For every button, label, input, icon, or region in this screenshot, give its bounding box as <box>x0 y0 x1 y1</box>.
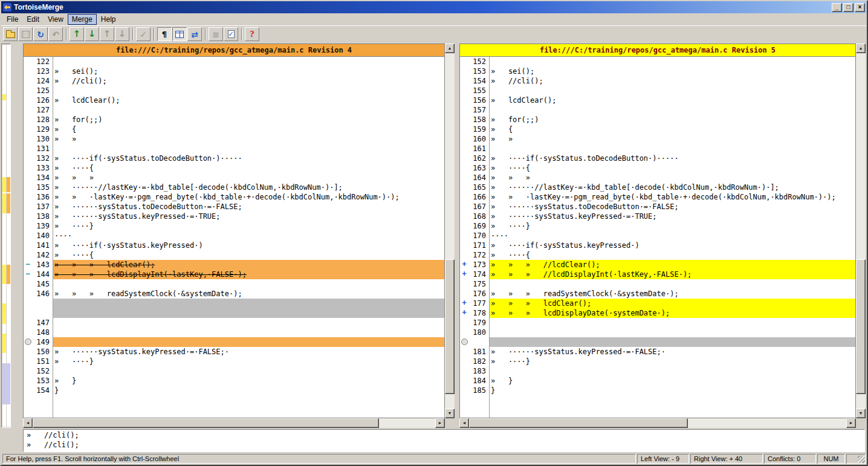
code-line[interactable]: 126» lcdClear(); <box>24 95 444 105</box>
locator-right-column[interactable] <box>7 45 10 427</box>
code-line[interactable]: 156» lcdClear(); <box>460 95 855 105</box>
right-horizontal-scrollbar[interactable]: ◄ ► <box>459 418 856 428</box>
code-line[interactable]: 141» ····if(·sysStatus.keyPressed·) <box>24 241 444 250</box>
code-line[interactable]: 134» » » <box>24 173 444 183</box>
code-line[interactable]: 160» » <box>460 134 855 144</box>
scroll-up-button[interactable]: ▲ <box>856 44 866 53</box>
maximize-button[interactable]: □ <box>843 3 853 12</box>
code-line[interactable]: 165» ······//lastKey·=·kbd_table[·decode… <box>460 183 855 192</box>
code-line[interactable]: 131 <box>24 144 444 154</box>
right-pane-body[interactable]: 152153» sei();154» //cli();155156» lcdCl… <box>459 57 856 418</box>
code-line[interactable]: 130» » <box>24 134 444 144</box>
code-line[interactable]: 153» sei(); <box>460 66 855 76</box>
code-line[interactable]: 155 <box>460 86 855 95</box>
code-line[interactable]: 154» //cli(); <box>460 76 855 86</box>
code-line[interactable]: 154} <box>24 386 444 395</box>
code-line[interactable]: 133» ····{ <box>24 163 444 173</box>
code-line[interactable]: 138» ······sysStatus.keyPressed·=·TRUE; <box>24 212 444 221</box>
scroll-up-button[interactable]: ▲ <box>445 44 455 53</box>
code-line[interactable]: 136» » ·lastKey·=·pgm_read_byte(·kbd_tab… <box>24 192 444 202</box>
scroll-right-button[interactable]: ► <box>435 418 445 428</box>
switch-views-button[interactable]: ⇄ <box>187 27 202 41</box>
code-line[interactable]: 180 <box>460 328 855 337</box>
scroll-left-button[interactable]: ◄ <box>459 418 469 428</box>
code-line[interactable]: 152 <box>24 366 444 376</box>
code-line[interactable]: 125 <box>24 86 444 95</box>
code-line[interactable]: −144» » » lcdDisplayInt(·lastKey,·FALSE·… <box>24 270 444 279</box>
minimize-button[interactable]: _ <box>832 3 842 12</box>
code-line[interactable]: 142» ····{ <box>24 250 444 260</box>
code-line[interactable]: 170···· <box>460 231 855 241</box>
code-line[interactable]: 184» } <box>460 376 855 386</box>
code-line[interactable]: 158» for(;;) <box>460 115 855 125</box>
code-line[interactable]: +178» » » lcdDisplayDate(·systemDate·); <box>460 308 855 318</box>
code-line[interactable]: 151» ····} <box>24 357 444 366</box>
scroll-left-button[interactable]: ◄ <box>23 418 33 428</box>
help-button[interactable]: ? <box>245 27 259 41</box>
code-line[interactable]: 181» ······sysStatus.keyPressed·=·FALSE;… <box>460 347 855 357</box>
code-line[interactable]: 146» » » readSystemClock(·&systemDate·); <box>24 289 444 299</box>
code-line[interactable]: 153» } <box>24 376 444 386</box>
code-line[interactable]: 139» ····} <box>24 221 444 231</box>
code-line[interactable]: 185} <box>460 386 855 395</box>
reload-button[interactable]: ↻ <box>33 27 48 41</box>
code-line[interactable]: 149 <box>24 337 444 347</box>
scroll-right-button[interactable]: ► <box>846 418 856 428</box>
code-line[interactable]: 183 <box>460 366 855 376</box>
locator-left-column[interactable] <box>2 45 6 427</box>
scroll-thumb[interactable] <box>856 259 866 394</box>
code-line[interactable]: 123» sei(); <box>24 66 444 76</box>
code-line[interactable]: 166» » ·lastKey·=·pgm_read_byte(·kbd_tab… <box>460 192 855 202</box>
code-line[interactable]: 140···· <box>24 231 444 241</box>
code-line[interactable]: 145 <box>24 279 444 289</box>
scroll-track[interactable] <box>469 418 846 428</box>
scroll-track[interactable] <box>856 53 866 409</box>
scroll-thumb[interactable] <box>33 418 379 428</box>
pane-splitter[interactable] <box>455 44 459 428</box>
code-line[interactable]: +173» » » //lcdClear(); <box>460 260 855 270</box>
left-vertical-scrollbar[interactable]: ▲ ▼ <box>445 44 455 418</box>
code-line[interactable] <box>460 337 855 347</box>
menu-view[interactable]: View <box>44 14 68 25</box>
show-whitespace-button[interactable]: ¶ <box>157 27 172 41</box>
code-line[interactable]: 127 <box>24 105 444 115</box>
code-line[interactable]: 135» ······//lastKey·=·kbd_table[·decode… <box>24 183 444 192</box>
code-line[interactable]: 179 <box>460 318 855 328</box>
code-line[interactable]: 150» ······sysStatus.keyPressed·=·FALSE;… <box>24 347 444 357</box>
code-line[interactable]: 148 <box>24 328 444 337</box>
left-horizontal-scrollbar[interactable]: ◄ ► <box>23 418 445 428</box>
two-pane-view-button[interactable] <box>172 27 187 41</box>
next-difference-button[interactable]: ↓ <box>85 27 99 41</box>
code-line[interactable]: −143» » » lcdClear(); <box>24 260 444 270</box>
close-button[interactable]: × <box>855 3 865 12</box>
code-line[interactable]: 164» » » <box>460 173 855 183</box>
code-line[interactable]: 168» ······sysStatus.keyPressed·=·TRUE; <box>460 212 855 221</box>
left-pane-body[interactable]: 122123» sei();124» //cli();125126» lcdCl… <box>23 57 445 418</box>
code-line[interactable]: 182» ····} <box>460 357 855 366</box>
settings-button[interactable] <box>224 27 238 41</box>
code-line[interactable]: 129» { <box>24 125 444 134</box>
right-vertical-scrollbar[interactable]: ▲ ▼ <box>856 44 866 418</box>
code-line[interactable]: 157 <box>460 105 855 115</box>
code-line[interactable]: 167» ······sysStatus.toDecodeButton·=·FA… <box>460 202 855 212</box>
scroll-down-button[interactable]: ▼ <box>856 409 866 418</box>
code-line[interactable] <box>24 308 444 318</box>
code-line[interactable]: 162» ····if(·sysStatus.toDecodeButton·)·… <box>460 154 855 163</box>
code-line[interactable]: 172» ····{ <box>460 250 855 260</box>
menu-merge[interactable]: Merge <box>68 14 97 25</box>
scroll-down-button[interactable]: ▼ <box>445 409 455 418</box>
code-line[interactable]: 159» { <box>460 125 855 134</box>
scroll-thumb[interactable] <box>445 259 455 394</box>
code-line[interactable]: 128» for(;;) <box>24 115 444 125</box>
code-line[interactable]: 147 <box>24 318 444 328</box>
code-line[interactable]: 169» ····} <box>460 221 855 231</box>
diff-locator-bar[interactable] <box>1 44 11 428</box>
scroll-thumb[interactable] <box>469 418 688 428</box>
code-line[interactable]: 175 <box>460 279 855 289</box>
code-line[interactable]: 161 <box>460 144 855 154</box>
prev-difference-button[interactable]: ↑ <box>70 27 84 41</box>
status-resize-grip[interactable] <box>846 454 866 464</box>
code-line[interactable]: 132» ····if(·sysStatus.toDecodeButton·)·… <box>24 154 444 163</box>
code-line[interactable]: 122 <box>24 57 444 66</box>
menu-file[interactable]: File <box>2 14 22 25</box>
